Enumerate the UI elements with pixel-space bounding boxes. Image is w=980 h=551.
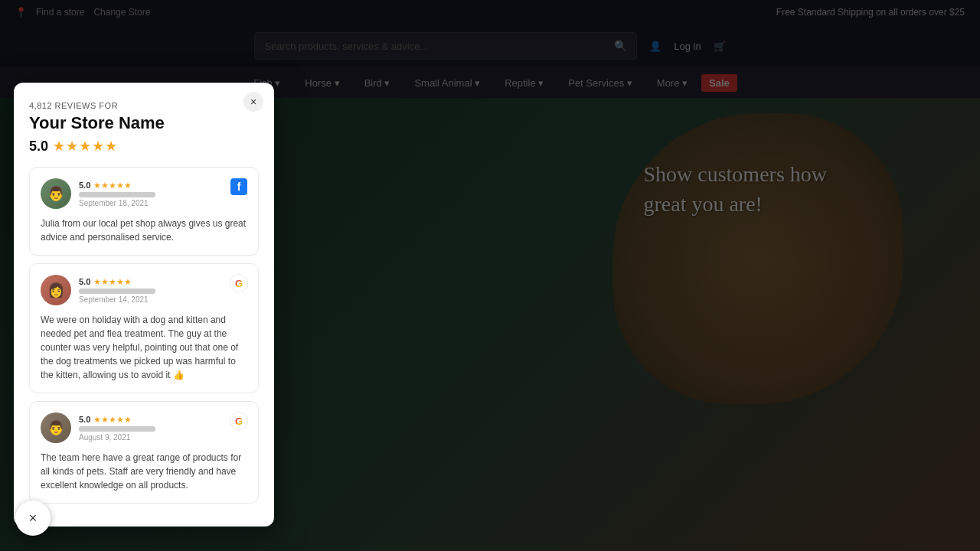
review-text-1: Julia from our local pet shop always giv… [41,217,247,244]
avatar-2: 👩 [41,275,71,305]
reviewer-info-3: 👨 5.0 ★★★★★ August 9, 2021 [41,412,155,443]
reviewer-info-2: 👩 5.0 ★★★★★ September 14, 2021 [41,275,155,305]
reviewer-score-1: 5.0 [79,181,90,190]
avatar-3: 👨 [41,412,71,443]
reviewer-score-3: 5.0 [79,415,90,424]
reviewer-name-bar-2 [79,289,155,294]
avatar-1: 👨 [41,178,71,209]
reviewer-rating-row-1: 5.0 ★★★★★ [79,181,155,191]
avatar-face-3: 👨 [41,412,71,443]
reviewer-score-2: 5.0 [79,277,90,286]
review-header-2: 👩 5.0 ★★★★★ September 14, 2021 G [41,275,247,305]
overall-rating-number: 5.0 [29,139,48,155]
reviewer-meta-3: 5.0 ★★★★★ August 9, 2021 [79,415,155,442]
review-header-3: 👨 5.0 ★★★★★ August 9, 2021 G [41,412,247,443]
overall-rating-row: 5.0 ★★★★★ [29,138,259,155]
bottom-close-button[interactable]: × [15,500,51,536]
reviewer-name-bar-3 [79,426,155,432]
reviewer-meta-2: 5.0 ★★★★★ September 14, 2021 [79,277,155,304]
reviewer-stars-2: ★★★★★ [93,277,132,287]
reviewer-info-1: 👨 5.0 ★★★★★ September 18, 2021 [41,178,155,209]
review-text-2: We were on holiday with a dog and kitten… [41,313,247,382]
avatar-face-1: 👨 [41,178,71,209]
reviews-modal: × 4,812 REVIEWS FOR Your Store Name 5.0 … [14,83,274,527]
review-card-1: 👨 5.0 ★★★★★ September 18, 2021 f Julia f… [29,167,259,256]
reviewer-date-1: September 18, 2021 [79,199,155,207]
google-icon-2: G [230,275,247,292]
reviewer-stars-1: ★★★★★ [93,181,132,191]
google-icon-3: G [230,412,247,429]
avatar-face-2: 👩 [41,275,71,305]
review-card-3: 👨 5.0 ★★★★★ August 9, 2021 G The team he… [29,401,259,504]
overall-stars: ★★★★★ [53,138,118,155]
reviewer-meta-1: 5.0 ★★★★★ September 18, 2021 [79,181,155,207]
reviewer-stars-3: ★★★★★ [93,415,132,425]
modal-close-button[interactable]: × [243,92,263,112]
review-text-3: The team here have a great range of prod… [41,451,247,492]
review-card-2: 👩 5.0 ★★★★★ September 14, 2021 G We were… [29,263,259,393]
reviewer-rating-row-2: 5.0 ★★★★★ [79,277,155,287]
reviewer-date-3: August 9, 2021 [79,433,155,442]
facebook-icon-1: f [230,178,247,195]
reviewer-date-2: September 14, 2021 [79,295,155,304]
reviews-count-label: 4,812 REVIEWS FOR [29,101,259,110]
reviewer-rating-row-3: 5.0 ★★★★★ [79,415,155,425]
store-name-heading: Your Store Name [29,113,259,133]
review-header-1: 👨 5.0 ★★★★★ September 18, 2021 f [41,178,247,209]
reviewer-name-bar-1 [79,192,155,197]
